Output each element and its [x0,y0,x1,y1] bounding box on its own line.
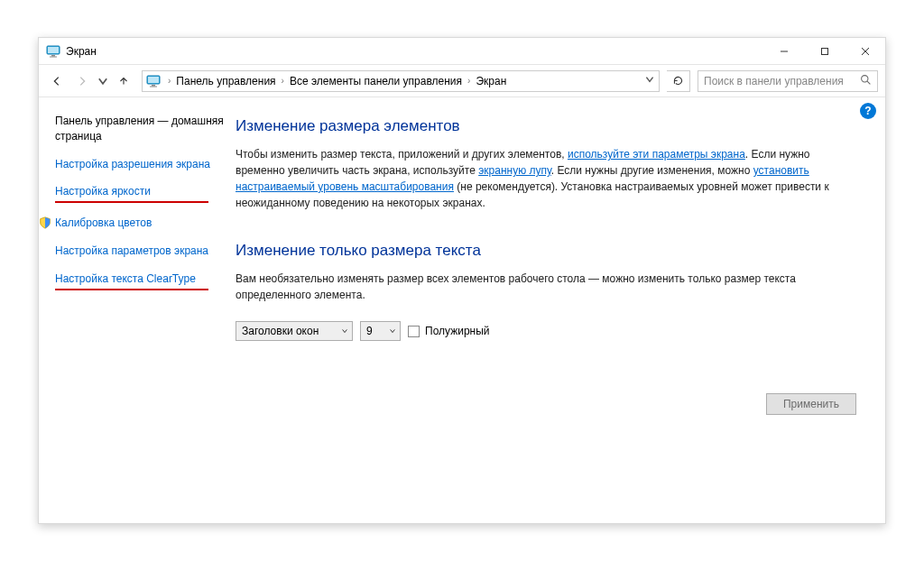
maximize-button[interactable] [804,38,845,64]
main-panel: Изменение размера элементов Чтобы измени… [228,97,885,523]
svg-rect-9 [148,77,159,83]
breadcrumb-item[interactable]: Все элементы панели управления [288,75,464,87]
titlebar: Экран [39,38,885,65]
shield-icon [39,216,51,229]
up-button[interactable] [113,70,134,92]
monitor-icon [146,74,161,88]
breadcrumb-item[interactable]: Экран [474,75,508,87]
forward-button[interactable] [71,70,93,92]
link-magnifier[interactable]: экранную лупу [478,164,551,177]
sidebar-item-color-calibration[interactable]: Калибровка цветов [55,216,152,231]
close-button[interactable] [845,38,885,64]
minimize-button[interactable] [763,38,804,64]
svg-point-12 [862,75,868,81]
monitor-icon [46,44,60,59]
bold-checkbox[interactable] [408,326,420,337]
svg-line-13 [867,81,870,84]
paragraph-text-only: Вам необязательно изменять размер всех э… [236,271,860,303]
bold-label-text: Полужирный [425,325,490,337]
chevron-down-icon[interactable] [644,74,655,87]
link-display-settings[interactable]: используйте эти параметры экрана [568,148,745,161]
help-button[interactable]: ? [860,103,876,119]
svg-rect-10 [152,85,155,87]
svg-rect-11 [150,86,157,87]
paragraph-resize-info: Чтобы изменить размер текста, приложений… [236,146,860,211]
element-type-combo[interactable]: Заголовки окон [236,321,353,341]
sidebar-item-cleartype[interactable]: Настройка текста ClearType [55,271,196,287]
sidebar-home[interactable]: Панель управления — домашняя страница [55,114,225,144]
sidebar-item-resolution[interactable]: Настройка разрешения экрана [55,157,210,172]
sidebar-item-brightness[interactable]: Настройка яркости [55,184,151,199]
content-area: ? Панель управления — домашняя страница … [39,97,885,523]
font-size-combo[interactable]: 9 [360,321,401,341]
back-button[interactable] [46,70,68,92]
svg-rect-3 [50,56,57,57]
window-title: Экран [66,45,763,58]
bold-checkbox-label[interactable]: Полужирный [408,325,490,337]
chevron-down-icon [389,325,396,337]
search-input[interactable] [704,75,860,87]
apply-button[interactable]: Применить [766,393,856,415]
svg-rect-1 [48,47,59,53]
control-panel-window: Экран › [38,37,886,524]
combo-value: 9 [366,325,373,337]
breadcrumb-item[interactable]: Панель управления [174,75,277,87]
navbar: › Панель управления › Все элементы панел… [39,65,885,97]
recent-dropdown[interactable] [97,70,109,92]
combo-value: Заголовки окон [242,325,319,337]
chevron-down-icon [341,325,348,337]
address-bar[interactable]: › Панель управления › Все элементы панел… [142,70,660,92]
search-icon[interactable] [860,74,872,88]
search-box[interactable] [698,70,878,92]
chevron-right-icon[interactable]: › [464,76,474,86]
sidebar-item-display-params[interactable]: Настройка параметров экрана [55,244,208,259]
refresh-button[interactable] [667,70,690,92]
text-size-controls: Заголовки окон 9 Полужирный [236,321,860,341]
sidebar: Панель управления — домашняя страница На… [39,97,228,523]
heading-resize-elements: Изменение размера элементов [236,117,860,135]
svg-rect-5 [821,48,827,54]
heading-text-only: Изменение только размера текста [236,242,860,260]
svg-rect-2 [51,55,55,57]
chevron-right-icon[interactable]: › [164,76,174,86]
chevron-right-icon[interactable]: › [278,76,288,86]
